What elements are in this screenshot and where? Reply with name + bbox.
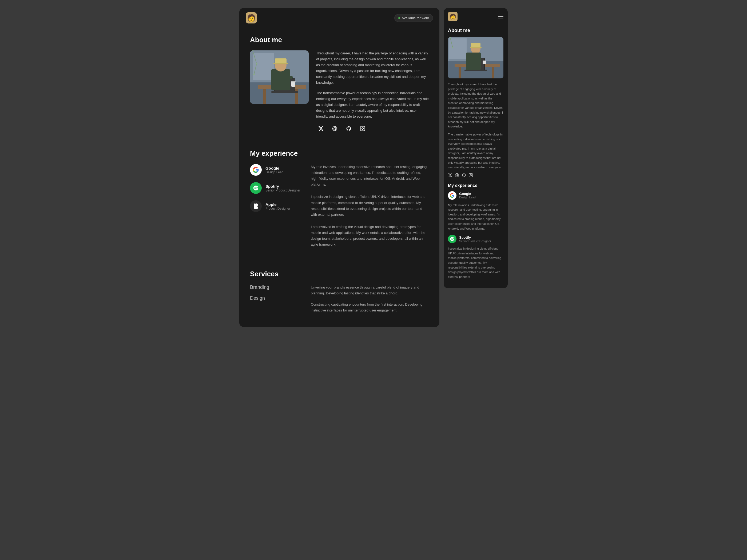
branding-desc: Unveiling your brand's essence through a… <box>311 285 429 296</box>
about-title: About me <box>250 36 429 44</box>
spotify-company: Spotify <box>265 184 301 189</box>
svg-rect-27 <box>498 18 504 19</box>
social-icons <box>316 124 429 133</box>
status-dot <box>398 17 400 19</box>
side-avatar[interactable]: 🧑 <box>448 12 458 21</box>
side-social-icons <box>448 173 504 179</box>
google-desc: My role involves undertaking extensive r… <box>311 164 429 187</box>
about-text: Throughout my career, I have had the pri… <box>316 50 429 133</box>
available-badge: Available for work <box>394 14 433 22</box>
svg-rect-12 <box>274 63 288 64</box>
exp-item-spotify: Spotify Senior Product Designer <box>250 182 303 194</box>
side-experience-section: My experience Google Design Lead My role… <box>448 183 504 279</box>
about-para-1: Throughout my career, I have had the pri… <box>316 50 429 86</box>
services-layout: Branding Design Unveiling your brand's e… <box>250 285 429 319</box>
google-info: Google Design Lead <box>265 166 283 174</box>
side-google-item: Google Design Lead <box>448 191 504 200</box>
spotify-logo <box>250 182 262 194</box>
avatar[interactable]: 🧑 <box>246 12 257 24</box>
side-experience-title: My experience <box>448 183 504 188</box>
main-header: 🧑 Available for work <box>239 8 439 28</box>
side-spotify-desc: I specialize in designing clear, efficie… <box>448 246 504 279</box>
side-github-icon[interactable] <box>462 173 466 179</box>
side-para-2: The transformative power of technology i… <box>448 132 504 170</box>
svg-rect-32 <box>459 67 461 78</box>
experience-title: My experience <box>250 149 429 158</box>
svg-rect-39 <box>470 47 482 48</box>
hamburger-menu[interactable] <box>498 14 504 20</box>
exp-item-google: Google Design Lead <box>250 164 303 176</box>
google-role: Design Lead <box>265 170 283 174</box>
svg-rect-14 <box>291 81 295 82</box>
svg-point-23 <box>362 128 364 130</box>
svg-point-44 <box>452 47 454 49</box>
side-header: 🧑 <box>444 8 508 25</box>
svg-rect-40 <box>466 53 481 70</box>
svg-rect-9 <box>271 69 290 90</box>
about-content: Throughout my career, I have had the pri… <box>250 50 429 133</box>
service-branding: Branding <box>250 285 303 290</box>
instagram-icon[interactable] <box>358 124 367 133</box>
svg-rect-4 <box>263 89 266 104</box>
services-list: Branding Design <box>250 285 303 319</box>
svg-rect-15 <box>285 76 293 79</box>
about-photo <box>250 50 309 104</box>
svg-point-24 <box>364 127 364 128</box>
svg-rect-33 <box>492 67 494 78</box>
side-google-logo <box>448 191 457 200</box>
experience-list: Google Design Lead Spotify Senior Produc… <box>250 164 303 254</box>
spotify-info: Spotify Senior Product Designer <box>265 184 301 192</box>
about-para-2: The transformative power of technology i… <box>316 90 429 119</box>
side-twitter-icon[interactable] <box>448 173 452 179</box>
svg-rect-41 <box>483 60 486 64</box>
side-google-company: Google <box>459 192 476 196</box>
apple-logo <box>250 200 262 212</box>
side-photo <box>448 37 504 78</box>
apple-role: Product Designer <box>265 207 290 210</box>
photo-svg <box>250 50 309 104</box>
side-dribbble-icon[interactable] <box>455 173 459 179</box>
services-section: Services Branding Design Unveiling your … <box>239 262 439 327</box>
experience-descriptions: My role involves undertaking extensive r… <box>311 164 429 254</box>
svg-rect-13 <box>291 82 295 87</box>
apple-info: Apple Product Designer <box>265 202 290 210</box>
svg-rect-8 <box>271 91 298 93</box>
side-spotify-logo <box>448 235 457 243</box>
side-google-info: Google Design Lead <box>459 192 476 199</box>
svg-point-47 <box>470 175 471 176</box>
svg-rect-22 <box>360 126 365 131</box>
services-title: Services <box>250 270 429 278</box>
side-spotify-role: Senior Product Designer <box>459 239 491 243</box>
github-icon[interactable] <box>344 124 354 133</box>
svg-rect-25 <box>498 15 504 15</box>
side-para-1: Throughout my career, I have had the pri… <box>448 82 504 129</box>
design-desc: Constructing captivating encounters from… <box>311 301 429 313</box>
side-spotify-info: Spotify Senior Product Designer <box>459 236 491 243</box>
spotify-desc: I specialize in designing clear, efficie… <box>311 194 429 217</box>
svg-rect-26 <box>498 16 504 17</box>
side-panel: 🧑 About me <box>444 8 508 288</box>
service-design: Design <box>250 295 303 301</box>
side-spotify-company: Spotify <box>459 236 491 239</box>
side-google-role: Design Lead <box>459 196 476 199</box>
experience-layout: Google Design Lead Spotify Senior Produc… <box>250 164 429 254</box>
main-panel: 🧑 Available for work About me <box>239 8 439 327</box>
side-instagram-icon[interactable] <box>469 173 473 179</box>
svg-rect-38 <box>471 43 481 47</box>
available-label: Available for work <box>402 16 429 20</box>
dribbble-icon[interactable] <box>330 124 340 133</box>
twitter-x-icon[interactable] <box>316 124 326 133</box>
apple-company: Apple <box>265 202 290 207</box>
side-google-desc: My role involves undertaking extensive r… <box>448 203 504 231</box>
side-content: About me Througho <box>444 25 508 288</box>
google-logo <box>250 164 262 176</box>
svg-point-19 <box>256 63 257 64</box>
svg-point-48 <box>472 174 472 174</box>
apple-desc: I am involved in crafting the visual des… <box>311 224 429 247</box>
exp-item-apple: Apple Product Designer <box>250 200 303 212</box>
svg-rect-46 <box>469 174 472 177</box>
side-about-title: About me <box>448 28 504 33</box>
svg-point-20 <box>253 74 255 75</box>
experience-section: My experience Google Design Lead <box>239 141 439 262</box>
spotify-role: Senior Product Designer <box>265 189 301 192</box>
